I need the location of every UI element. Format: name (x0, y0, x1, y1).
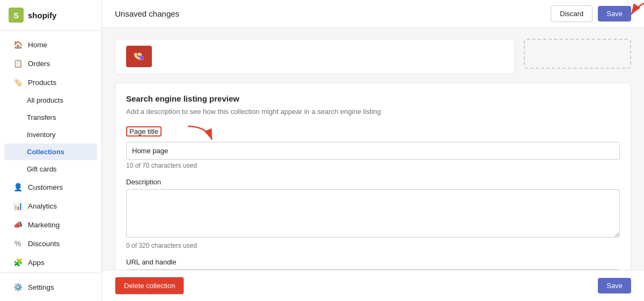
ghost-card (524, 39, 631, 69)
description-label: Description (126, 178, 620, 186)
marketing-icon: 📣 (13, 220, 23, 230)
product-card-partial: 👒 (115, 39, 515, 74)
shopify-logo-icon: S (9, 8, 24, 23)
sidebar-item-gift-cards-label: Gift cards (27, 165, 57, 173)
sidebar-item-marketing-label: Marketing (28, 221, 60, 229)
sidebar-item-transfers-label: Transfers (27, 113, 56, 121)
sidebar-item-products[interactable]: 🏷️ Products (4, 73, 97, 91)
svg-text:S: S (13, 11, 19, 20)
logo-text: shopify (28, 11, 56, 20)
sidebar-item-apps-label: Apps (28, 259, 45, 267)
sidebar-item-orders[interactable]: 📋 Orders (4, 54, 97, 73)
sidebar-item-settings-label: Settings (28, 283, 54, 291)
center-content: 👒 Search engine listing preview Add a de… (102, 28, 644, 270)
delete-collection-button[interactable]: Delete collection (115, 277, 184, 295)
page-body: 👒 Search engine listing preview Add a de… (102, 28, 644, 270)
analytics-icon: 📊 (13, 201, 23, 211)
sidebar-item-collections[interactable]: Collections (4, 144, 97, 160)
sidebar-item-customers[interactable]: 👤 Customers (4, 178, 97, 196)
product-thumbnail: 👒 (126, 46, 152, 67)
product-thumb-icon: 👒 (133, 51, 145, 62)
sidebar-item-apps[interactable]: 🧩 Apps (4, 253, 97, 271)
sidebar-bottom: ⚙️ Settings (0, 273, 101, 301)
top-row: 👒 (115, 39, 631, 74)
sidebar-item-transfers[interactable]: Transfers (4, 109, 97, 126)
seo-section-title: Search engine listing preview (126, 94, 620, 103)
page-title-label-boxed: Page title (126, 126, 162, 137)
header-actions: Discard Save (551, 5, 631, 22)
sidebar-item-inventory[interactable]: Inventory (4, 126, 97, 143)
page-title-char-count: 10 of 70 characters used (126, 162, 620, 169)
products-icon: 🏷️ (13, 77, 23, 87)
main-area: Unsaved changes Discard Save 👒 (102, 0, 644, 301)
save-button-bottom[interactable]: Save (598, 278, 631, 293)
field-arrow-annotation (185, 124, 217, 145)
sidebar-item-orders-label: Orders (28, 60, 50, 68)
sidebar-item-analytics-label: Analytics (28, 202, 57, 210)
customers-icon: 👤 (13, 182, 23, 192)
bottom-bar: Delete collection Save (102, 270, 644, 301)
sidebar-item-settings[interactable]: ⚙️ Settings (4, 278, 97, 296)
sidebar-logo[interactable]: S shopify (0, 0, 101, 31)
sidebar-item-home-label: Home (28, 41, 47, 49)
sidebar-navigation: 🏠 Home 📋 Orders 🏷️ Products All products… (0, 31, 101, 273)
settings-icon: ⚙️ (13, 282, 23, 292)
description-textarea[interactable] (126, 189, 620, 238)
page-title: Unsaved changes (115, 9, 179, 18)
sidebar-item-collections-label: Collections (27, 148, 64, 156)
discounts-icon: % (13, 239, 23, 248)
sidebar-item-inventory-label: Inventory (27, 131, 55, 139)
save-arrow-annotation (626, 0, 644, 23)
sidebar-item-customers-label: Customers (28, 183, 63, 191)
sidebar-item-marketing[interactable]: 📣 Marketing (4, 216, 97, 234)
sidebar-item-products-label: Products (28, 78, 56, 87)
home-icon: 🏠 (13, 40, 23, 49)
description-char-count: 0 of 320 characters used (126, 242, 620, 249)
orders-icon: 📋 (13, 59, 23, 68)
sidebar-item-analytics[interactable]: 📊 Analytics (4, 197, 97, 215)
apps-icon: 🧩 (13, 257, 23, 267)
sidebar: S shopify 🏠 Home 📋 Orders 🏷️ Products Al… (0, 0, 102, 301)
seo-card: Search engine listing preview Add a desc… (115, 83, 631, 270)
seo-description: Add a description to see how this collec… (126, 108, 620, 116)
sidebar-item-all-products-label: All products (27, 96, 63, 104)
discard-button[interactable]: Discard (551, 5, 592, 22)
url-label: URL and handle (126, 258, 620, 266)
sidebar-item-home[interactable]: 🏠 Home (4, 35, 97, 54)
sidebar-item-discounts-label: Discounts (28, 240, 60, 248)
sidebar-item-all-products[interactable]: All products (4, 92, 97, 109)
sidebar-item-gift-cards[interactable]: Gift cards (4, 161, 97, 177)
sidebar-item-discounts[interactable]: % Discounts (4, 234, 97, 253)
page-header: Unsaved changes Discard Save (102, 0, 644, 28)
